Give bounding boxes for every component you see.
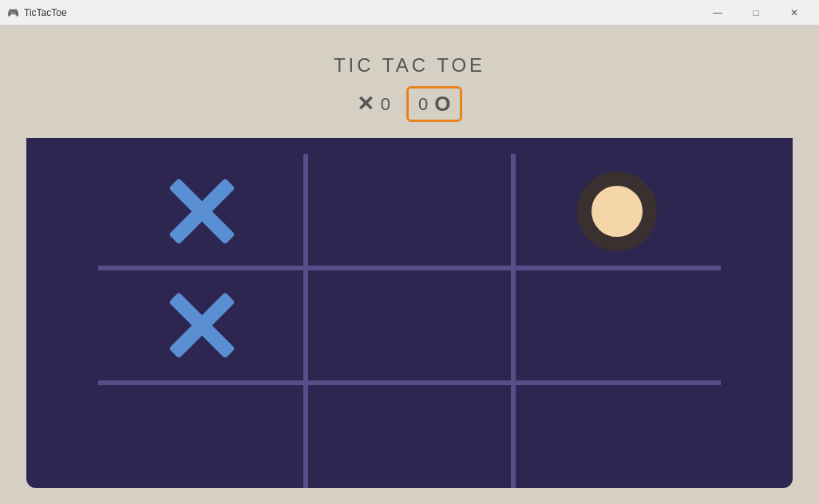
cell-2-1[interactable] <box>306 383 513 488</box>
score-o-item: 0 O <box>406 86 462 122</box>
cell-1-2[interactable] <box>513 268 721 382</box>
close-button[interactable]: ✕ <box>776 0 813 26</box>
game-title: TIC TAC TOE <box>334 54 485 77</box>
scores: ✕ 0 0 O <box>357 86 463 122</box>
cell-0-0[interactable] <box>98 154 306 268</box>
cell-0-1[interactable] <box>306 154 513 268</box>
score-panel: TIC TAC TOE ✕ 0 0 O <box>26 41 793 138</box>
titlebar-controls: — □ ✕ <box>699 0 813 26</box>
piece-x-0-0 <box>162 171 242 251</box>
cell-0-2[interactable] <box>513 154 721 268</box>
app-icon: 🎮 <box>6 6 19 19</box>
titlebar-left: 🎮 TicTacToe <box>6 6 67 19</box>
game-board <box>98 154 721 488</box>
app-content: TIC TAC TOE ✕ 0 0 O <box>0 26 819 504</box>
x-symbol: ✕ <box>357 92 374 116</box>
game-container: TIC TAC TOE ✕ 0 0 O <box>26 41 793 488</box>
app-window: 🎮 TicTacToe — □ ✕ TIC TAC TOE ✕ 0 <box>0 0 819 504</box>
minimize-button[interactable]: — <box>699 0 736 26</box>
score-o-value: 0 <box>418 94 428 115</box>
cell-1-1[interactable] <box>306 268 513 382</box>
maximize-button[interactable]: □ <box>738 0 774 26</box>
titlebar: 🎮 TicTacToe — □ ✕ <box>0 0 819 26</box>
o-symbol: O <box>434 92 450 116</box>
cell-1-0[interactable] <box>98 268 306 382</box>
board-area <box>26 138 793 488</box>
score-x-value: 0 <box>381 94 390 115</box>
cell-2-2[interactable] <box>513 383 721 488</box>
cell-2-0[interactable] <box>98 383 306 488</box>
piece-x-1-0 <box>162 285 242 365</box>
piece-o-0-2 <box>577 171 657 251</box>
titlebar-title: TicTacToe <box>24 7 67 18</box>
score-x-item: ✕ 0 <box>357 92 390 116</box>
